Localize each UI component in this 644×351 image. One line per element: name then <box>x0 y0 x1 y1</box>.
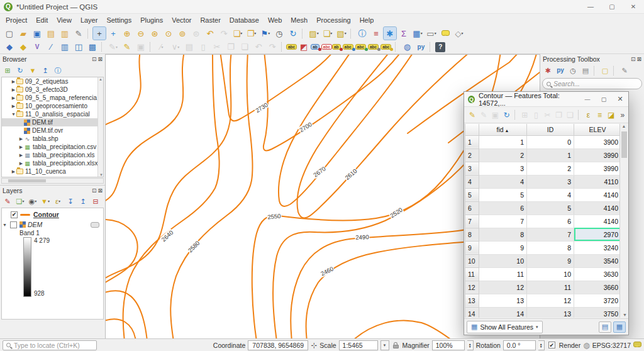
table-toggle-edit-icon[interactable]: ✎ <box>467 109 477 121</box>
layer-item-contour[interactable]: ✔ Contour <box>2 209 103 220</box>
menu-web[interactable]: Web <box>264 15 286 25</box>
column-header-elev[interactable]: ELEV <box>574 124 620 135</box>
deselect-features-icon[interactable]: ❏▾ <box>321 27 334 40</box>
undo-icon[interactable]: ↶ <box>252 41 265 53</box>
copy-features-icon[interactable]: ❐ <box>225 41 237 53</box>
cell[interactable]: 1 <box>479 135 527 148</box>
manage-map-themes-icon[interactable]: ❏▾ <box>14 196 26 207</box>
modify-attributes-icon[interactable]: ▤ <box>183 41 196 53</box>
browser-item-09_3_efecto3d[interactable]: ▶09_3_efecto3D <box>2 86 103 94</box>
cell[interactable]: 4 <box>479 175 527 188</box>
attribute-table-vscrollbar[interactable]: ▲▼ <box>619 124 628 318</box>
browser-item-tabla.shp[interactable]: ▶∿tabla.shp <box>2 135 103 143</box>
expander-icon[interactable]: ▶ <box>11 87 16 92</box>
lock-scale-icon[interactable] <box>393 342 399 348</box>
cell[interactable]: 4 <box>527 188 574 201</box>
layers-close-button[interactable]: ⊠ <box>97 187 103 194</box>
cell[interactable]: 11 <box>527 281 574 294</box>
cell[interactable]: 8 <box>479 228 527 241</box>
zoom-full-icon[interactable]: ⊛ <box>148 27 161 40</box>
row-header[interactable]: 6 <box>465 201 479 214</box>
statistics-icon[interactable]: Σ <box>397 27 410 40</box>
cell[interactable]: 3240 <box>574 241 620 254</box>
browser-close-button[interactable]: ⊠ <box>97 56 103 62</box>
row-header[interactable]: 11 <box>465 267 479 281</box>
selected-cell[interactable]: 2970 <box>574 228 620 241</box>
browser-item-tabla_precipitacion.csv[interactable]: ▶▦tabla_precipitacion.csv <box>2 143 103 151</box>
save-project-icon[interactable]: ▣ <box>31 27 43 40</box>
zoom-to-layer-icon[interactable]: ⊚ <box>176 27 189 40</box>
row-header[interactable]: 10 <box>465 254 479 267</box>
feature-filter-button[interactable]: ▦ Show All Features ▾ <box>467 321 543 333</box>
render-checkbox[interactable]: ✔ <box>548 342 555 348</box>
save-edits-icon[interactable]: ▣ <box>135 41 147 53</box>
attr-maximize-button[interactable]: ▢ <box>596 92 612 106</box>
menu-raster[interactable]: Raster <box>196 15 225 25</box>
crs-status[interactable]: EPSG:32717 <box>592 342 631 349</box>
map-tips-icon[interactable] <box>439 27 452 40</box>
table-reload-icon[interactable]: ↻ <box>501 109 511 121</box>
cell[interactable]: 3 <box>479 162 527 175</box>
expander-icon[interactable]: ▶ <box>18 153 24 158</box>
attribute-window-titlebar[interactable]: Q Contour — Features Total: 14572,... — … <box>464 92 628 107</box>
processing-options-icon[interactable]: ✎ <box>619 65 630 76</box>
row-header[interactable]: 3 <box>465 162 479 175</box>
expander-icon[interactable]: ▼ <box>11 112 16 116</box>
layer-visibility-icon[interactable]: ◉▾ <box>27 196 38 207</box>
zoom-native-icon[interactable]: ⊜ <box>190 27 203 40</box>
dem-layer-label[interactable]: DEM <box>28 221 42 228</box>
select-all-icon[interactable]: ≡ <box>595 109 605 121</box>
browser-hscrollbar[interactable] <box>1 178 104 184</box>
table-paste-icon[interactable]: ❏ <box>565 109 575 121</box>
rotation-spinner[interactable]: ▲▼ <box>538 340 545 350</box>
python-console-icon[interactable]: py <box>414 41 427 53</box>
cell[interactable]: 8 <box>527 241 574 254</box>
run-feature-action-icon[interactable]: ≡ <box>370 27 382 40</box>
cell[interactable]: 12 <box>527 294 574 307</box>
expander-icon[interactable]: ▶ <box>11 79 16 84</box>
menu-plugins[interactable]: Plugins <box>136 15 167 25</box>
properties-widget-icon[interactable]: ⓘ <box>52 65 64 76</box>
expander-icon[interactable]: ▶ <box>11 104 16 109</box>
current-edits-icon[interactable]: ✎▾ <box>107 41 119 53</box>
browser-item-10_geoprocesamiento[interactable]: ▶10_geoprocesamiento <box>2 102 103 110</box>
scale-input[interactable]: 1:5465 <box>339 340 378 350</box>
measure-icon[interactable]: ▭▾ <box>425 27 438 40</box>
menu-view[interactable]: View <box>52 15 76 25</box>
cell[interactable]: 12 <box>479 281 527 294</box>
menu-project[interactable]: Project <box>1 15 31 25</box>
new-spatialite-icon[interactable]: ∕ <box>45 41 57 53</box>
history-icon[interactable]: ◷ <box>567 65 579 76</box>
menu-mesh[interactable]: Mesh <box>286 15 312 25</box>
menu-vector[interactable]: Vector <box>167 15 196 25</box>
new-annotation-icon[interactable]: ◇▾ <box>453 27 465 40</box>
menu-database[interactable]: Database <box>225 15 264 25</box>
temporal-controller-icon[interactable]: ◷ <box>273 27 286 40</box>
scale-dropdown[interactable]: ▼ <box>380 340 389 350</box>
filter-legend-icon[interactable]: ▼▾ <box>40 196 51 207</box>
refresh-browser-icon[interactable]: ↻ <box>14 65 26 76</box>
pan-to-selection-icon[interactable]: + <box>107 27 119 40</box>
metasearch-icon[interactable]: ◍ <box>401 41 413 53</box>
row-header[interactable]: 8 <box>465 228 479 241</box>
cell[interactable]: 3990 <box>574 162 620 175</box>
delete-selected-icon[interactable]: ▯ <box>197 41 209 53</box>
row-header[interactable]: 12 <box>465 281 479 294</box>
zoom-next-icon[interactable]: ↷ <box>218 27 230 40</box>
row-header[interactable]: 2 <box>465 148 479 162</box>
cut-features-icon[interactable]: ✂ <box>211 41 223 53</box>
expand-all-layers-icon[interactable]: ↧ <box>65 196 76 207</box>
python-processing-icon[interactable]: py <box>555 65 566 76</box>
cell[interactable]: 5 <box>479 188 527 201</box>
models-icon[interactable]: ✱ <box>542 65 553 76</box>
column-header-fid[interactable]: fid ▲ <box>479 124 527 135</box>
table-new-feature-icon[interactable]: ⊞ <box>519 109 530 121</box>
cell[interactable]: 4110 <box>574 175 620 188</box>
magnifier-spinner[interactable]: ▲▼ <box>467 340 474 350</box>
highlight-pinned-labels-icon[interactable]: abc <box>321 44 332 50</box>
menu-settings[interactable]: Settings <box>102 15 136 25</box>
cell[interactable]: 13 <box>479 294 527 307</box>
new-3d-map-view-icon[interactable]: ❐▾ <box>245 27 258 40</box>
table-delete-icon[interactable]: ▯ <box>531 109 541 121</box>
cell[interactable]: 11 <box>479 267 527 281</box>
